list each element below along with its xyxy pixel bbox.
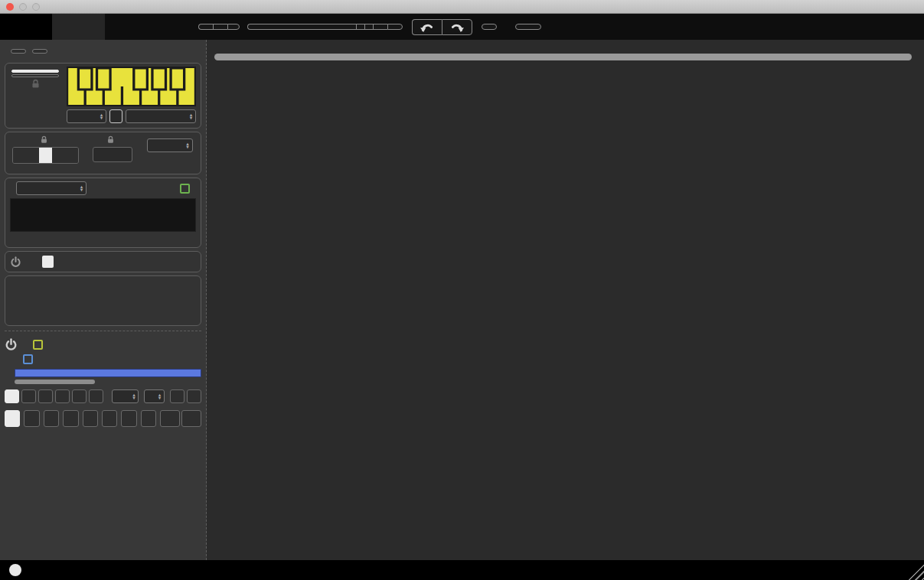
version-label <box>198 24 213 30</box>
updown-arrows-icon: ▴▾ <box>158 393 161 399</box>
octave-plus1-button[interactable] <box>52 148 65 163</box>
scaler-root-select[interactable]: ▴▾ <box>67 109 106 123</box>
settings-sidebar: ▴▾ ▴▾ <box>0 40 207 560</box>
plugin-header <box>0 14 924 40</box>
midi-input-map-button[interactable] <box>32 49 47 54</box>
chain-page-6[interactable] <box>102 410 117 427</box>
midi-ch-select[interactable]: ▴▾ <box>147 138 193 152</box>
main-scrollbar[interactable] <box>214 54 912 60</box>
chain-forward-button[interactable] <box>5 389 19 403</box>
chain-page-5[interactable] <box>83 410 98 427</box>
miditp-checkbox[interactable] <box>180 184 190 194</box>
zoom-window-icon[interactable] <box>32 3 40 11</box>
save-button[interactable] <box>373 24 387 30</box>
info-icon[interactable] <box>9 564 21 576</box>
chain-pages <box>5 409 201 428</box>
footer-bar <box>0 560 924 580</box>
window-titlebar <box>0 0 924 14</box>
auto-scroll-checkbox[interactable] <box>23 354 33 364</box>
updown-arrows-icon: ▴▾ <box>100 113 103 119</box>
menu-icon[interactable] <box>227 24 240 30</box>
preset-next-button[interactable] <box>364 24 373 30</box>
updown-arrows-icon: ▴▾ <box>190 113 192 119</box>
close-window-icon[interactable] <box>6 3 14 11</box>
updown-arrows-icon: ▴▾ <box>132 393 135 399</box>
tab-seq[interactable] <box>0 14 52 40</box>
tab-mod[interactable] <box>52 14 105 40</box>
chain-pingpong2-button[interactable] <box>55 389 70 403</box>
octave-zero-button[interactable] <box>39 148 52 163</box>
octave-buttons <box>12 147 79 164</box>
preset-prev-button[interactable] <box>356 24 364 30</box>
chain-rand-button[interactable] <box>170 389 184 403</box>
scaler-keyboard[interactable] <box>67 67 196 106</box>
midi-thru-button[interactable] <box>482 24 497 30</box>
chain-pingpong1-button[interactable] <box>38 389 53 403</box>
chain-clear-button[interactable] <box>187 389 201 403</box>
transposer-section: ▴▾ <box>5 178 201 248</box>
trig-mode-1-button[interactable] <box>42 256 54 268</box>
swing-value[interactable] <box>93 147 132 162</box>
block-chainer-section <box>5 331 201 384</box>
chain-scrollbar[interactable] <box>15 380 95 384</box>
chain-page-4[interactable] <box>63 410 78 427</box>
minimize-window-icon[interactable] <box>19 3 27 11</box>
scaler-lock-icon[interactable] <box>31 79 41 89</box>
midi-trig-section <box>5 251 201 272</box>
chain-r2-button[interactable] <box>89 389 103 403</box>
chain-size-select[interactable]: ▴▾ <box>112 389 139 403</box>
chain-page-3[interactable] <box>44 410 59 427</box>
randomizer-section <box>5 275 201 326</box>
transposer-mode-select[interactable]: ▴▾ <box>16 181 87 195</box>
octave-lock-icon[interactable] <box>40 135 48 144</box>
redo-icon[interactable] <box>442 19 472 35</box>
chain-page-7[interactable] <box>121 410 136 427</box>
chain-r1-button[interactable] <box>72 389 87 403</box>
preset-select[interactable] <box>247 24 356 30</box>
scaler-normal-button[interactable] <box>11 70 59 73</box>
chain-transport: ▴▾ ▴▾ <box>5 388 201 405</box>
octave-minus2-button[interactable] <box>13 148 26 163</box>
registered-badge <box>213 24 227 30</box>
chain-page-8[interactable] <box>141 410 156 427</box>
chain-rate-select[interactable]: ▴▾ <box>144 389 165 403</box>
trig-mode-2-button[interactable] <box>55 256 67 268</box>
chain-page-next-button[interactable] <box>181 410 201 427</box>
chain-page-1[interactable] <box>5 410 20 427</box>
midi-snap-checkbox[interactable] <box>33 340 43 350</box>
octave-minus1-button[interactable] <box>26 148 39 163</box>
chain-backward-button[interactable] <box>21 389 36 403</box>
transposer-keyboard[interactable] <box>10 198 196 232</box>
updown-arrows-icon: ▴▾ <box>187 142 189 148</box>
chain-position-bar[interactable] <box>15 369 201 377</box>
chain-page-2[interactable] <box>24 410 39 427</box>
scaler-section: ▴▾ ▴▾ <box>5 63 201 129</box>
chainer-power-icon[interactable] <box>5 338 18 351</box>
chain-page-prev-button[interactable] <box>160 410 180 427</box>
mouse-wheel-toggle[interactable] <box>515 24 541 30</box>
midi-trig-power-icon[interactable] <box>10 256 21 268</box>
scaler-custom-button[interactable] <box>11 74 59 77</box>
sequencer-area <box>207 40 924 560</box>
updown-arrows-icon: ▴▾ <box>80 185 83 191</box>
scaler-s-button[interactable] <box>109 109 122 123</box>
octave-section: ▴▾ <box>5 132 201 174</box>
undo-icon[interactable] <box>412 19 442 35</box>
octave-plus2-button[interactable] <box>65 148 78 163</box>
scaler-scale-select[interactable]: ▴▾ <box>126 109 196 123</box>
rec-panel-button[interactable] <box>11 49 26 54</box>
swing-lock-icon[interactable] <box>106 135 115 144</box>
resize-grip-icon[interactable] <box>904 560 924 580</box>
save-as-button[interactable] <box>387 24 403 30</box>
